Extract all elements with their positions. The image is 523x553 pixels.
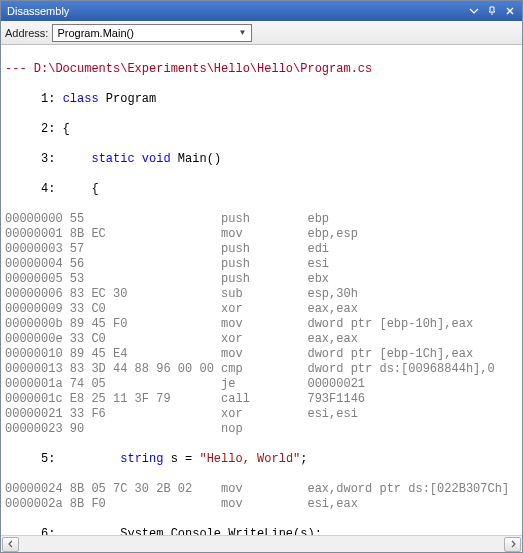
horizontal-scrollbar[interactable] <box>1 535 522 552</box>
pin-button[interactable] <box>484 4 500 18</box>
asm-row: 00000006 83 EC 30 sub esp,30h <box>5 287 522 302</box>
disassembly-content: --- D:\Documents\Experiments\Hello\Hello… <box>1 45 522 535</box>
toolbar: Address: Program.Main() ▼ <box>1 21 522 45</box>
close-button[interactable] <box>502 4 518 18</box>
source-line-2: 2: { <box>5 122 522 137</box>
asm-row: 00000003 57 push edi <box>5 242 522 257</box>
address-value: Program.Main() <box>57 27 235 39</box>
asm-row: 0000001a 74 05 je 00000021 <box>5 377 522 392</box>
chevron-down-icon[interactable]: ▼ <box>235 28 249 37</box>
scroll-right-button[interactable] <box>504 537 521 552</box>
asm-row: 0000001c E8 25 11 3F 79 call 793F1146 <box>5 392 522 407</box>
titlebar: Disassembly <box>1 1 522 21</box>
window-controls <box>466 4 518 18</box>
source-path: --- D:\Documents\Experiments\Hello\Hello… <box>5 62 522 77</box>
asm-row: 00000024 8B 05 7C 30 2B 02 mov eax,dword… <box>5 482 522 497</box>
dropdown-button[interactable] <box>466 4 482 18</box>
asm-row: 0000002a 8B F0 mov esi,eax <box>5 497 522 512</box>
asm-row: 00000013 83 3D 44 88 96 00 00 cmp dword … <box>5 362 522 377</box>
address-combobox[interactable]: Program.Main() ▼ <box>52 24 252 42</box>
source-line-5: 5: string s = "Hello, World"; <box>5 452 522 467</box>
asm-row: 00000005 53 push ebx <box>5 272 522 287</box>
asm-row: 00000000 55 push ebp <box>5 212 522 227</box>
window-title: Disassembly <box>7 5 466 17</box>
asm-row: 00000004 56 push esi <box>5 257 522 272</box>
asm-row: 00000009 33 C0 xor eax,eax <box>5 302 522 317</box>
asm-row: 00000021 33 F6 xor esi,esi <box>5 407 522 422</box>
asm-row: 0000000b 89 45 F0 mov dword ptr [ebp-10h… <box>5 317 522 332</box>
source-line-4: 4: { <box>5 182 522 197</box>
source-line-1: 1: class Program <box>5 92 522 107</box>
source-line-3: 3: static void Main() <box>5 152 522 167</box>
address-label: Address: <box>5 27 48 39</box>
asm-row: 0000000e 33 C0 xor eax,eax <box>5 332 522 347</box>
asm-row: 00000001 8B EC mov ebp,esp <box>5 227 522 242</box>
source-line-6: 6: System.Console.WriteLine(s); <box>5 527 522 535</box>
asm-row: 00000010 89 45 E4 mov dword ptr [ebp-1Ch… <box>5 347 522 362</box>
asm-row: 00000023 90 nop <box>5 422 522 437</box>
scroll-left-button[interactable] <box>2 537 19 552</box>
